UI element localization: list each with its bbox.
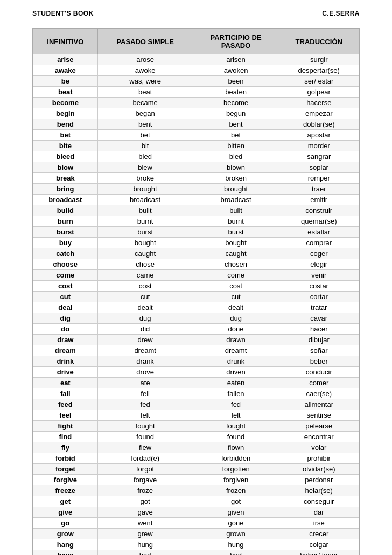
cell-35-2: found xyxy=(193,432,279,442)
cell-14-0: build xyxy=(33,205,98,216)
cell-40-3: helar(se) xyxy=(279,485,359,496)
cell-39-3: perdonar xyxy=(279,475,359,485)
table-row: dodiddonehacer xyxy=(33,324,359,335)
cell-23-3: tratar xyxy=(279,302,359,313)
cell-13-1: broadcast xyxy=(97,195,193,205)
cell-33-2: felt xyxy=(193,410,279,421)
cell-15-1: burnt xyxy=(97,216,193,227)
cell-23-1: dealt xyxy=(97,302,193,313)
table-row: bitebitbittenmorder xyxy=(33,141,359,151)
table-row: drivedrovedrivenconducir xyxy=(33,367,359,378)
cell-17-1: bought xyxy=(97,238,193,248)
cell-16-2: burst xyxy=(193,227,279,238)
cell-24-3: cavar xyxy=(279,313,359,324)
cell-32-1: fed xyxy=(97,399,193,410)
cell-0-2: arisen xyxy=(193,54,279,65)
cell-33-3: sentirse xyxy=(279,410,359,421)
cell-26-2: drawn xyxy=(193,335,279,345)
cell-26-1: drew xyxy=(97,335,193,345)
cell-45-0: hang xyxy=(33,539,98,550)
cell-18-3: coger xyxy=(279,248,359,259)
table-row: drawdrewdrawndibujar xyxy=(33,335,359,345)
cell-22-1: cut xyxy=(97,292,193,302)
cell-20-2: come xyxy=(193,270,279,281)
cell-23-0: deal xyxy=(33,302,98,313)
cell-36-3: volar xyxy=(279,442,359,453)
cell-42-1: gave xyxy=(97,507,193,518)
table-row: choosechosechosenelegir xyxy=(33,259,359,270)
cell-21-0: cost xyxy=(33,281,98,292)
cell-41-3: conseguir xyxy=(279,496,359,507)
cell-34-3: pelearse xyxy=(279,421,359,432)
cell-2-3: ser/ estar xyxy=(279,76,359,87)
cell-13-2: broadcast xyxy=(193,195,279,205)
cell-14-1: built xyxy=(97,205,193,216)
cell-30-1: ate xyxy=(97,378,193,388)
table-row: cutcutcutcortar xyxy=(33,292,359,302)
cell-9-1: bled xyxy=(97,151,193,162)
table-row: forbidfordad(e)forbiddenprohibir xyxy=(33,453,359,464)
cell-37-0: forbid xyxy=(33,453,98,464)
cell-38-2: forgotten xyxy=(193,464,279,475)
table-row: arisearosearisensurgir xyxy=(33,54,359,65)
table-row: blowblewblownsoplar xyxy=(33,162,359,173)
cell-1-2: awoken xyxy=(193,65,279,76)
cell-12-3: traer xyxy=(279,184,359,195)
cell-4-3: hacerse xyxy=(279,98,359,108)
table-row: bendbentbentdoblar(se) xyxy=(33,119,359,130)
table-row: bewas, werebeenser/ estar xyxy=(33,76,359,87)
cell-9-3: sangrar xyxy=(279,151,359,162)
cell-36-1: flew xyxy=(97,442,193,453)
cell-28-2: drunk xyxy=(193,356,279,367)
cell-8-2: bitten xyxy=(193,141,279,151)
cell-36-2: flown xyxy=(193,442,279,453)
cell-12-2: brought xyxy=(193,184,279,195)
cell-7-1: bet xyxy=(97,130,193,141)
col-header-traduccion: TRADUCCIÓN xyxy=(279,29,359,54)
cell-10-0: blow xyxy=(33,162,98,173)
cell-37-2: forbidden xyxy=(193,453,279,464)
header-left: STUDENT'S BOOK xyxy=(32,10,94,17)
cell-42-0: give xyxy=(33,507,98,518)
cell-15-3: quemar(se) xyxy=(279,216,359,227)
cell-2-1: was, were xyxy=(97,76,193,87)
main-table-container: INFINITIVO PASADO SIMPLE PARTICIPIO DEPA… xyxy=(32,28,360,555)
cell-29-3: conducir xyxy=(279,367,359,378)
cell-45-1: hung xyxy=(97,539,193,550)
cell-24-2: dug xyxy=(193,313,279,324)
cell-33-1: felt xyxy=(97,410,193,421)
cell-26-3: dibujar xyxy=(279,335,359,345)
cell-21-1: cost xyxy=(97,281,193,292)
cell-13-0: broadcast xyxy=(33,195,98,205)
cell-21-2: cost xyxy=(193,281,279,292)
cell-33-0: feel xyxy=(33,410,98,421)
cell-11-0: break xyxy=(33,173,98,184)
cell-8-0: bite xyxy=(33,141,98,151)
cell-11-2: broken xyxy=(193,173,279,184)
table-row: getgotgotconseguir xyxy=(33,496,359,507)
cell-37-1: fordad(e) xyxy=(97,453,193,464)
cell-46-3: haber/ tener xyxy=(279,550,359,556)
cell-32-3: alimentar xyxy=(279,399,359,410)
cell-6-0: bend xyxy=(33,119,98,130)
cell-27-2: dreamt xyxy=(193,345,279,356)
cell-41-0: get xyxy=(33,496,98,507)
table-row: drinkdrankdrunkbeber xyxy=(33,356,359,367)
cell-6-1: bent xyxy=(97,119,193,130)
cell-5-3: empezar xyxy=(279,108,359,119)
cell-18-0: catch xyxy=(33,248,98,259)
cell-0-1: arose xyxy=(97,54,193,65)
cell-1-3: despertar(se) xyxy=(279,65,359,76)
table-row: givegavegivendar xyxy=(33,507,359,518)
cell-10-2: blown xyxy=(193,162,279,173)
table-row: freezefrozefrozenhelar(se) xyxy=(33,485,359,496)
table-row: buildbuiltbuiltconstruir xyxy=(33,205,359,216)
table-row: findfoundfoundencontrar xyxy=(33,432,359,442)
cell-21-3: costar xyxy=(279,281,359,292)
cell-34-2: fought xyxy=(193,421,279,432)
cell-15-2: burnt xyxy=(193,216,279,227)
table-row: forgetforgotforgottenolvidar(se) xyxy=(33,464,359,475)
cell-43-0: go xyxy=(33,518,98,529)
cell-27-3: soñar xyxy=(279,345,359,356)
table-row: eatateeatencomer xyxy=(33,378,359,388)
